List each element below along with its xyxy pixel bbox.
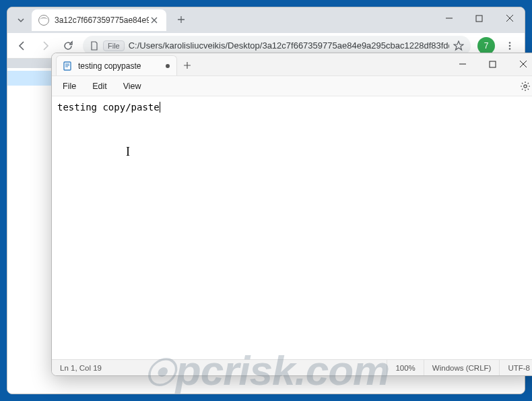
unsaved-indicator-icon <box>166 64 170 68</box>
file-chip: File <box>103 40 125 51</box>
close-button[interactable] <box>494 7 525 29</box>
star-icon[interactable] <box>453 40 464 51</box>
status-zoom[interactable]: 100% <box>387 360 423 375</box>
chrome-tab-active[interactable]: 3a12c7f667359775ae84e9a295… <box>32 9 166 31</box>
menu-edit[interactable]: Edit <box>86 79 114 94</box>
back-button[interactable] <box>11 35 33 57</box>
file-icon <box>90 41 99 51</box>
new-tab-button[interactable] <box>172 10 191 29</box>
notepad-tab-title: testing copypaste <box>78 61 160 71</box>
notepad-titlebar: testing copypaste <box>52 53 532 76</box>
status-cursor-position: Ln 1, Col 19 <box>52 360 110 375</box>
svg-point-1 <box>509 42 511 44</box>
svg-rect-0 <box>476 16 482 22</box>
chrome-tab-search-dropdown[interactable] <box>13 7 29 33</box>
notepad-new-tab-button[interactable] <box>177 55 197 75</box>
notepad-menubar: File Edit View <box>52 76 532 96</box>
notepad-statusbar: Ln 1, Col 19 100% Windows (CRLF) UTF-8 <box>52 359 532 375</box>
notepad-tab-active[interactable]: testing copypaste <box>56 55 177 75</box>
settings-button[interactable] <box>517 78 532 95</box>
svg-point-2 <box>509 44 511 47</box>
status-line-endings[interactable]: Windows (CRLF) <box>424 360 500 375</box>
svg-rect-5 <box>490 61 496 67</box>
svg-point-6 <box>524 84 527 87</box>
notepad-icon <box>62 61 73 71</box>
url-text: C:/Users/karolisliucveikis/Desktop/3a12c… <box>129 40 449 51</box>
svg-rect-4 <box>64 62 71 70</box>
globe-icon <box>38 15 49 26</box>
ibeam-cursor-icon: I <box>126 145 130 159</box>
avatar-initial: 7 <box>484 41 489 51</box>
menu-view[interactable]: View <box>117 79 148 94</box>
profile-avatar[interactable]: 7 <box>477 37 495 55</box>
chrome-titlebar: 3a12c7f667359775ae84e9a295… <box>7 7 525 33</box>
maximize-button[interactable] <box>464 7 494 29</box>
editor-content: testing copy/paste <box>57 102 160 113</box>
notepad-minimize-button[interactable] <box>447 54 477 74</box>
chrome-window-controls <box>434 7 525 33</box>
notepad-close-button[interactable] <box>508 54 532 74</box>
notepad-window: testing copypaste File Edit View testing… <box>51 53 532 376</box>
notepad-window-controls <box>447 53 532 75</box>
menu-file[interactable]: File <box>56 79 83 94</box>
status-encoding[interactable]: UTF-8 <box>499 360 532 375</box>
text-caret <box>160 102 160 113</box>
gear-icon <box>520 81 531 92</box>
notepad-text-area[interactable]: testing copy/paste I <box>52 96 532 359</box>
notepad-maximize-button[interactable] <box>477 54 508 74</box>
chrome-titlebar-left: 3a12c7f667359775ae84e9a295… <box>7 7 191 33</box>
close-icon[interactable] <box>149 15 160 26</box>
chrome-tab-title: 3a12c7f667359775ae84e9a295… <box>55 16 149 25</box>
svg-point-3 <box>509 48 511 50</box>
minimize-button[interactable] <box>434 7 464 29</box>
